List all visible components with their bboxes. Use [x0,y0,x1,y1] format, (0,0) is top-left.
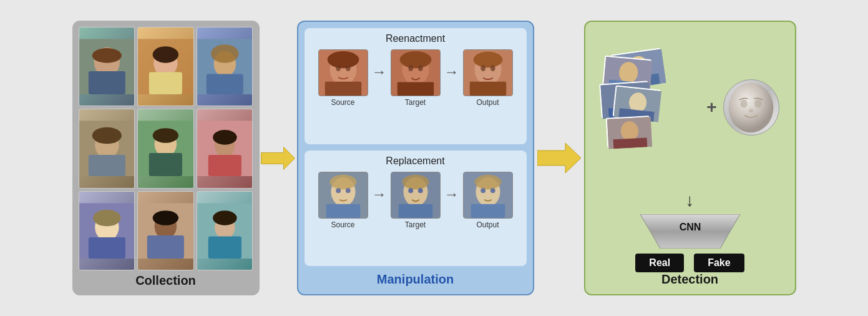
detection-photos-stack [600,51,700,164]
reenactment-trio: Source → Ta [311,49,520,107]
photo-card [137,191,194,270]
fake-button[interactable]: Fake [694,254,744,272]
replacement-panel: Replacement Source [305,151,527,267]
reenactment-target-image [391,49,441,96]
svg-rect-9 [149,72,182,94]
reen-arrow: → [372,63,387,81]
svg-point-47 [399,51,431,68]
svg-point-8 [153,46,178,63]
reen-arrow2: → [444,63,459,81]
replacement-source-label: Source [331,220,354,229]
svg-rect-13 [207,74,243,94]
svg-rect-25 [208,155,241,176]
svg-point-73 [490,188,495,193]
svg-point-41 [327,51,359,68]
manipulation-label: Manipulation [377,272,454,287]
svg-point-42 [336,65,341,71]
reenactment-source-image [318,49,368,96]
photo-card [79,27,135,106]
replacement-target-label: Target [405,220,426,229]
photo-card [79,109,135,188]
reenactment-target: Target [391,49,441,107]
svg-rect-21 [149,153,182,176]
svg-point-61 [345,188,350,193]
svg-point-48 [408,65,413,71]
svg-point-55 [490,65,495,71]
detection-label: Detection [661,272,718,287]
photo-card [137,27,194,106]
svg-rect-56 [469,82,506,96]
detection-panel: + [584,21,796,295]
svg-point-59 [329,174,356,189]
svg-rect-37 [208,236,241,258]
svg-point-12 [211,44,238,63]
replacement-source-image [318,172,368,219]
svg-text:CNN: CNN [679,222,701,232]
svg-point-16 [92,127,121,144]
collection-label: Collection [135,274,196,288]
diagram-container: Collection Reenactment [13,8,856,308]
svg-point-92 [741,99,748,107]
svg-point-3 [92,48,121,63]
collection-grid [79,27,253,270]
replacement-title: Replacement [311,156,520,167]
reenactment-output: Output [463,49,513,107]
collection-panel: Collection [72,21,260,295]
replacement-output-label: Output [476,220,499,229]
svg-point-43 [345,65,350,71]
photo-card [197,27,253,106]
det-photo-5 [606,116,651,148]
svg-point-72 [480,188,485,193]
replacement-source: Source [318,172,368,229]
reenactment-source-label: Source [331,98,354,107]
svg-rect-29 [88,237,125,259]
svg-rect-62 [326,204,360,217]
rep-arrow: → [372,185,387,203]
svg-point-36 [213,210,237,225]
svg-point-91 [729,82,774,132]
svg-point-66 [408,188,413,193]
photo-card [197,191,253,270]
reenactment-output-label: Output [476,98,499,107]
svg-rect-44 [324,82,361,96]
svg-rect-50 [397,82,434,96]
reenactment-title: Reenactment [311,33,520,44]
replacement-output: Output [463,172,513,229]
svg-rect-68 [398,204,432,217]
face-3d-model [723,79,779,136]
svg-point-32 [153,210,178,225]
svg-point-28 [93,209,120,226]
rep-arrow2: → [444,185,459,203]
svg-point-60 [336,188,341,193]
svg-point-71 [474,174,501,189]
real-button[interactable]: Real [635,254,684,272]
svg-point-65 [402,174,429,189]
svg-point-24 [213,130,237,145]
cnn-down-arrow: ↓ [686,192,695,209]
replacement-target-image [391,172,441,219]
svg-rect-74 [471,204,505,217]
plus-sign: + [706,97,716,117]
reenactment-panel: Reenactment Source [305,28,527,144]
svg-marker-75 [537,143,581,173]
svg-marker-38 [261,147,295,169]
replacement-trio: Source → Ta [311,172,520,229]
svg-point-53 [473,52,502,67]
svg-point-94 [749,109,754,112]
photo-card [137,109,194,188]
reenactment-output-image [463,49,513,96]
photo-card [79,191,135,270]
svg-point-20 [153,128,178,143]
arrow-to-detection [534,139,584,177]
manipulation-panel: Reenactment Source [297,21,534,295]
svg-rect-17 [88,155,125,176]
detection-top: + [592,28,789,192]
svg-rect-4 [88,71,125,94]
svg-rect-90 [613,137,648,149]
svg-point-93 [754,99,761,107]
result-buttons: Real Fake [635,254,744,272]
replacement-target: Target [391,172,441,229]
photo-card [197,109,253,188]
detection-bottom: ↓ CNN Real Fake [592,192,789,272]
replacement-output-image [463,172,513,219]
